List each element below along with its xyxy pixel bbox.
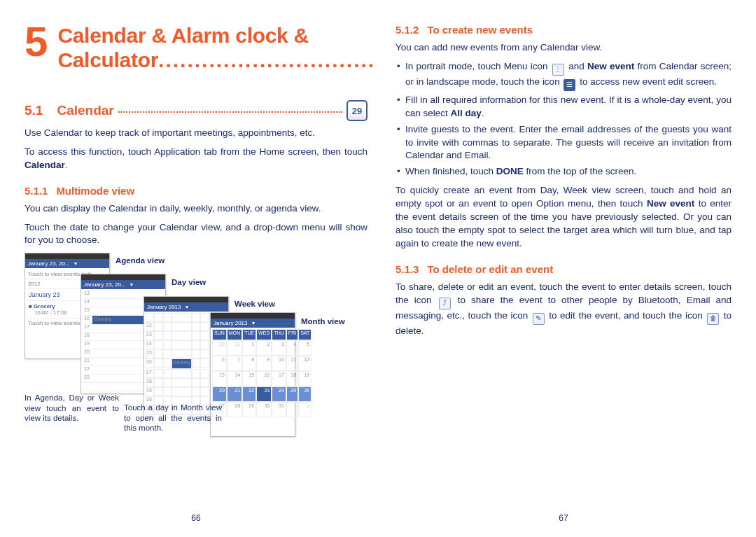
delete-icon: 🗑 xyxy=(707,313,719,325)
leader-dots xyxy=(118,106,342,113)
list-item: In portrait mode, touch Menu icon ⋮ and … xyxy=(396,60,732,91)
intro-paragraph-2: To access this function, touch Applicati… xyxy=(24,146,368,172)
chapter-number: 5 xyxy=(24,24,48,60)
create-event-steps: In portrait mode, touch Menu icon ⋮ and … xyxy=(396,60,732,179)
subsection-511: 5.1.1Multimode view xyxy=(24,185,368,197)
chapter-heading: 5 Calendar & Alarm clock & Calculator...… xyxy=(24,24,368,72)
caption-agenda-day-week: In Agenda, Day or Week view touch an eve… xyxy=(24,393,119,423)
section-heading: 5.1 Calendar 29 xyxy=(24,100,368,121)
document-spread: 5 Calendar & Alarm clock & Calculator...… xyxy=(0,0,756,537)
calendar-view-screenshots: Agenda view Day view Week view Month vie… xyxy=(24,253,368,463)
subsection-513: 5.1.3To delete or edit an event xyxy=(396,263,732,275)
share-icon: ⤴ xyxy=(439,298,451,309)
intro-paragraph-1: Use Calendar to keep track of important … xyxy=(24,127,368,140)
sub1-p2: Touch the date to change your Calendar v… xyxy=(24,221,368,248)
screenshot-month: January 2013 ▾ SUNMONTUEWEDTHUFRISAT 303… xyxy=(210,312,295,437)
list-item: Invite guests to the event. Enter the em… xyxy=(396,123,732,163)
section-title: Calendar xyxy=(57,103,113,118)
subsection-512: 5.1.2To create new events xyxy=(396,24,732,36)
label-day-view: Day view xyxy=(172,278,206,286)
sub2-p1: You can add new events from any Calendar… xyxy=(396,41,732,55)
list-item: Fill in all required information for thi… xyxy=(396,94,732,120)
right-page: 5.1.2To create new events You can add ne… xyxy=(396,20,732,530)
chapter-title: Calendar & Alarm clock & Calculator.....… xyxy=(57,24,375,72)
page-number-right: 67 xyxy=(396,513,732,523)
new-event-icon: ☰ xyxy=(564,79,575,91)
edit-icon: ✎ xyxy=(533,313,545,325)
menu-icon: ⋮ xyxy=(552,64,564,76)
sub3-p1: To share, delete or edit an event, touch… xyxy=(396,281,732,338)
label-agenda-view: Agenda view xyxy=(115,256,164,265)
section-number: 5.1 xyxy=(24,103,43,118)
sub2-p2: To quickly create an event from Day, Wee… xyxy=(396,184,732,250)
list-item: When finished, touch DONE from the top o… xyxy=(396,165,732,179)
calendar-app-icon: 29 xyxy=(346,100,368,121)
sub1-p1: You can display the Calendar in daily, w… xyxy=(24,202,368,216)
caption-month: Touch a day in Month view to open all th… xyxy=(124,403,222,433)
label-week-view: Week view xyxy=(234,300,275,308)
left-page: 5 Calendar & Alarm clock & Calculator...… xyxy=(24,20,368,530)
page-number-left: 66 xyxy=(24,513,368,523)
label-month-view: Month view xyxy=(301,317,345,326)
